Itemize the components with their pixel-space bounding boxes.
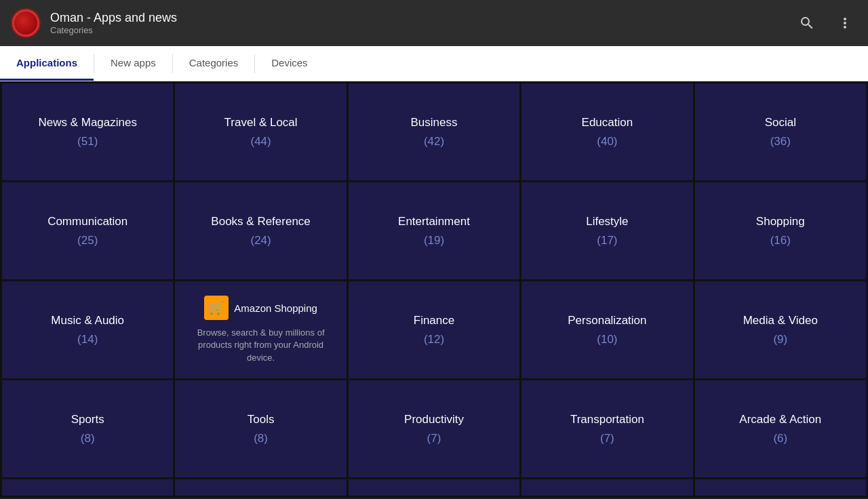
category-name: Arcade & Action xyxy=(739,413,821,426)
category-name: Social xyxy=(765,116,796,129)
nav-tabs: Applications New apps Categories Devices xyxy=(0,46,868,81)
category-cell-books-reference[interactable]: Books & Reference (24) xyxy=(175,182,346,279)
category-count: (8) xyxy=(254,432,268,445)
app-title: Oman - Apps and news xyxy=(50,11,795,25)
category-count: (40) xyxy=(597,135,617,148)
category-cell-bottom-4[interactable] xyxy=(695,479,866,496)
category-cell-travel-local[interactable]: Travel & Local (44) xyxy=(175,83,346,180)
tab-applications[interactable]: Applications xyxy=(0,46,94,81)
category-count: (9) xyxy=(773,333,787,346)
category-name: Finance xyxy=(414,314,454,327)
category-cell-bottom-1[interactable] xyxy=(175,479,346,496)
ad-header: 🛒 Amazon Shopping xyxy=(204,296,317,320)
category-count: (25) xyxy=(77,234,98,247)
ad-title: Amazon Shopping xyxy=(234,302,317,314)
category-name: Tools xyxy=(248,413,275,426)
category-name: Sports xyxy=(71,413,104,426)
category-count: (10) xyxy=(597,333,617,346)
category-name: Travel & Local xyxy=(224,116,298,129)
search-button[interactable] xyxy=(795,11,819,35)
category-count: (7) xyxy=(427,432,441,445)
tab-new-apps[interactable]: New apps xyxy=(94,46,172,81)
more-menu-button[interactable] xyxy=(833,11,857,35)
tab-categories[interactable]: Categories xyxy=(173,46,255,81)
category-count: (6) xyxy=(773,432,787,445)
header-title-block: Oman - Apps and news Categories xyxy=(50,11,795,35)
tab-devices[interactable]: Devices xyxy=(255,46,323,81)
category-cell-shopping[interactable]: Shopping (16) xyxy=(695,182,866,279)
category-count: (24) xyxy=(250,234,271,247)
category-cell-lifestyle[interactable]: Lifestyle (17) xyxy=(521,182,692,279)
category-count: (14) xyxy=(77,333,98,346)
category-count: (44) xyxy=(250,135,271,148)
category-count: (12) xyxy=(424,333,444,346)
category-cell-productivity[interactable]: Productivity (7) xyxy=(349,380,519,477)
header-actions xyxy=(795,11,857,35)
category-cell-personalization[interactable]: Personalization (10) xyxy=(521,281,692,378)
ad-description: Browse, search & buy millions of product… xyxy=(186,327,335,364)
category-name: Personalization xyxy=(568,314,646,327)
category-cell-bottom-3[interactable] xyxy=(521,479,692,496)
category-name: Communication xyxy=(47,215,127,228)
category-cell-business[interactable]: Business (42) xyxy=(349,83,519,180)
amazon-ad-cell[interactable]: 🛒 Amazon Shopping Browse, search & buy m… xyxy=(175,281,346,378)
category-name: Music & Audio xyxy=(51,314,124,327)
category-count: (7) xyxy=(600,432,614,445)
app-subtitle: Categories xyxy=(50,25,795,35)
category-name: Productivity xyxy=(404,413,464,426)
category-cell-entertainment[interactable]: Entertainment (19) xyxy=(349,182,519,279)
category-cell-education[interactable]: Education (40) xyxy=(521,83,692,180)
app-logo xyxy=(11,8,41,38)
category-count: (36) xyxy=(770,135,791,148)
category-name: Shopping xyxy=(756,215,805,228)
category-cell-arcade-action[interactable]: Arcade & Action (6) xyxy=(695,380,866,477)
category-count: (19) xyxy=(424,234,444,247)
category-count: (16) xyxy=(770,234,791,247)
category-grid: News & Magazines (51) Travel & Local (44… xyxy=(0,81,868,498)
category-cell-social[interactable]: Social (36) xyxy=(695,83,866,180)
category-name: Business xyxy=(411,116,458,129)
category-cell-bottom-0[interactable] xyxy=(2,479,173,496)
category-name: Education xyxy=(582,116,633,129)
category-count: (42) xyxy=(424,135,444,148)
category-cell-transportation[interactable]: Transportation (7) xyxy=(521,380,692,477)
category-cell-music-audio[interactable]: Music & Audio (14) xyxy=(2,281,173,378)
category-cell-news-magazines[interactable]: News & Magazines (51) xyxy=(2,83,173,180)
category-name: Entertainment xyxy=(398,215,470,228)
category-count: (17) xyxy=(597,234,617,247)
category-name: Lifestyle xyxy=(586,215,628,228)
category-count: (8) xyxy=(81,432,95,445)
app-header: Oman - Apps and news Categories xyxy=(0,0,868,46)
category-name: Media & Video xyxy=(743,314,818,327)
category-cell-finance[interactable]: Finance (12) xyxy=(349,281,519,378)
category-cell-media-video[interactable]: Media & Video (9) xyxy=(695,281,866,378)
category-count: (51) xyxy=(77,135,98,148)
category-name: Transportation xyxy=(570,413,644,426)
category-cell-tools[interactable]: Tools (8) xyxy=(175,380,346,477)
amazon-icon: 🛒 xyxy=(204,296,229,320)
category-cell-communication[interactable]: Communication (25) xyxy=(2,182,173,279)
category-cell-bottom-2[interactable] xyxy=(349,479,519,496)
category-name: Books & Reference xyxy=(211,215,310,228)
category-name: News & Magazines xyxy=(38,116,137,129)
category-cell-sports[interactable]: Sports (8) xyxy=(2,380,173,477)
